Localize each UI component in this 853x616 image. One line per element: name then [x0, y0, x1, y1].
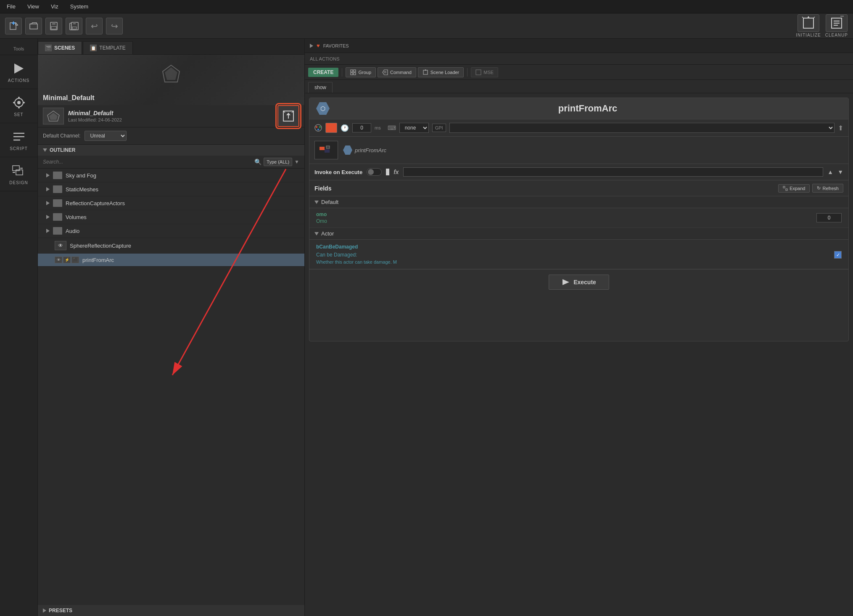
- command-button[interactable]: Command: [378, 67, 416, 77]
- toolbar-separator-1: [342, 68, 342, 77]
- refresh-icon: ↻: [817, 185, 821, 191]
- presets-header[interactable]: PRESETS: [38, 605, 304, 616]
- upload-button[interactable]: [277, 105, 299, 127]
- actor-field-name: bCanBeDamaged: [316, 244, 842, 250]
- menu-viz[interactable]: Viz: [49, 3, 60, 11]
- tree-item-static-meshes[interactable]: StaticMeshes: [38, 182, 304, 196]
- tree-item-reflection[interactable]: ReflectionCaptureActors: [38, 196, 304, 210]
- tree-item-sky-and-fog[interactable]: Sky and Fog: [38, 169, 304, 182]
- toolbar-right: INITIALIZE CLEANUP: [796, 14, 848, 37]
- right-panel: ♥ FAVORITES ALL ACTIONS CREATE Group Com…: [305, 39, 853, 616]
- execute-button[interactable]: Execute: [549, 275, 609, 290]
- svg-point-26: [18, 97, 20, 98]
- folder-icon-audio: [53, 227, 62, 235]
- invoke-arrow-up[interactable]: ▲: [827, 169, 833, 175]
- mse-button[interactable]: MSE: [471, 67, 498, 77]
- actor-field-label-text: Can be Damaged:: [316, 252, 357, 258]
- favorites-bar: ♥ FAVORITES: [305, 39, 853, 53]
- create-button[interactable]: CREATE: [308, 68, 338, 77]
- invoke-toggle[interactable]: [367, 168, 382, 176]
- set-icon: [10, 95, 28, 110]
- gpi-select[interactable]: [449, 123, 835, 133]
- svg-marker-38: [165, 67, 177, 80]
- expand-button[interactable]: Expand: [778, 184, 810, 193]
- command-icon-button[interactable]: [314, 141, 338, 159]
- search-icon[interactable]: 🔍: [254, 159, 261, 165]
- channel-select[interactable]: Unreal: [85, 131, 127, 141]
- open-button[interactable]: [25, 18, 42, 34]
- sidebar-icons: Tools ACTIONS SET SCRIPT DESIGN: [0, 39, 38, 616]
- redo-button[interactable]: ↪: [106, 18, 123, 34]
- execute-label: Execute: [573, 279, 596, 286]
- actor-field-label-row: Can be Damaged: ✓: [316, 251, 842, 259]
- color-swatch[interactable]: [325, 123, 337, 133]
- refresh-button[interactable]: ↻ Refresh: [812, 184, 843, 193]
- search-input[interactable]: [43, 159, 252, 165]
- tab-scenes[interactable]: 🎬 SCENES: [38, 41, 82, 54]
- scene-modified: Last Modified: 24-06-2022: [68, 117, 122, 122]
- svg-point-62: [317, 129, 319, 130]
- sidebar-item-design[interactable]: DESIGN: [0, 157, 38, 191]
- sidebar-item-script[interactable]: SCRIPT: [0, 123, 38, 157]
- scene-preview-name: Minimal_Default: [43, 94, 95, 102]
- outliner-header[interactable]: OUTLINER: [38, 145, 304, 156]
- tree-item-volumes[interactable]: Volumes: [38, 210, 304, 224]
- menu-system[interactable]: System: [69, 3, 90, 11]
- keyboard-icon: ⌨: [388, 124, 396, 131]
- actor-section-header[interactable]: Actor: [309, 228, 848, 240]
- type-filter-button[interactable]: Type (ALL): [264, 158, 292, 166]
- folder-icon-sky: [53, 172, 62, 179]
- actions-icon: [10, 61, 28, 76]
- scene-loader-button[interactable]: Scene Loader: [418, 67, 464, 77]
- menu-view[interactable]: View: [26, 3, 41, 11]
- actor-field-bcanbedamaged: bCanBeDamaged Can be Damaged: ✓ Whether …: [309, 240, 848, 269]
- time-input[interactable]: [352, 123, 371, 132]
- actor-field-checkbox[interactable]: ✓: [834, 251, 842, 259]
- saveas-button[interactable]: [66, 18, 82, 34]
- fields-header: Fields Expand ↻ Refresh: [309, 180, 848, 196]
- folder-icon-reflection: [53, 199, 62, 207]
- tree-label-reflection: ReflectionCaptureActors: [66, 200, 125, 206]
- cleanup-label: CLEANUP: [825, 33, 848, 37]
- left-panel: 🎬 SCENES 📋 TEMPLATE Minimal_Default: [38, 39, 305, 616]
- invoke-arrow-down[interactable]: ▼: [837, 169, 843, 175]
- sidebar-item-actions[interactable]: ACTIONS: [0, 55, 38, 89]
- none-select[interactable]: none: [399, 123, 429, 133]
- menu-file[interactable]: File: [5, 3, 17, 11]
- svg-marker-52: [383, 70, 388, 75]
- field-omo-input[interactable]: 0: [816, 213, 842, 222]
- tree-item-printfromarc[interactable]: 👁 ⚡ ⬛ printFromArc: [38, 254, 304, 267]
- presets-chevron: [43, 608, 46, 613]
- command-hex-icon: ⬡: [316, 102, 330, 115]
- tree-chevron-volumes: [46, 215, 50, 219]
- invoke-expression-input[interactable]: [403, 167, 824, 177]
- sidebar-item-set[interactable]: SET: [0, 89, 38, 123]
- new-button[interactable]: [5, 18, 22, 34]
- show-tab[interactable]: show: [308, 82, 333, 93]
- tree-item-audio[interactable]: Audio: [38, 224, 304, 238]
- tree-item-sphere[interactable]: 👁 SphereReflectionCapture: [38, 238, 304, 254]
- svg-point-29: [23, 102, 25, 103]
- tree-label-sky: Sky and Fog: [66, 172, 96, 179]
- svg-rect-13: [803, 18, 813, 28]
- all-actions-label: ALL ACTIONS: [310, 56, 340, 61]
- command-panel: ⬡ printFromArc 🕐 ms ⌨ none GPI: [309, 98, 849, 341]
- svg-rect-64: [325, 149, 330, 153]
- outliner-title: OUTLINER: [50, 147, 75, 153]
- execute-row: Execute: [309, 269, 848, 295]
- undo-button[interactable]: ↩: [86, 18, 103, 34]
- svg-rect-63: [320, 147, 325, 150]
- main-layout: Tools ACTIONS SET SCRIPT DESIGN: [0, 39, 853, 616]
- show-tab-bar: show: [305, 80, 853, 93]
- group-button[interactable]: Group: [346, 67, 376, 77]
- refresh-label: Refresh: [822, 186, 839, 191]
- command-link-label: printFromArc: [343, 145, 386, 155]
- command-title: printFromArc: [334, 103, 842, 114]
- svg-point-27: [18, 107, 20, 108]
- save-button[interactable]: [45, 18, 62, 34]
- cleanup-button[interactable]: CLEANUP: [825, 14, 848, 37]
- scene-title: Minimal_Default: [68, 110, 122, 116]
- default-section-header[interactable]: Default: [309, 196, 848, 208]
- tab-template[interactable]: 📋 TEMPLATE: [83, 41, 132, 54]
- initialize-button[interactable]: INITIALIZE: [796, 14, 821, 37]
